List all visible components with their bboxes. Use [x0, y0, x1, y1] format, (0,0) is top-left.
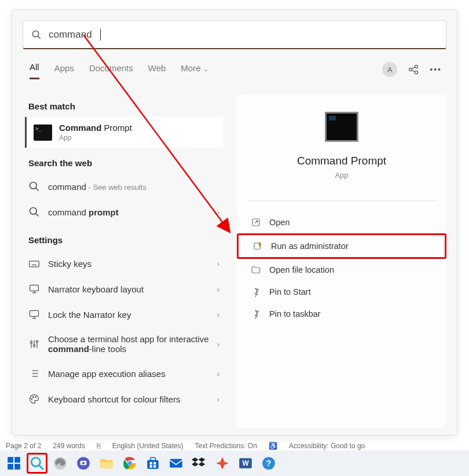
action-run-as-administrator[interactable]: Run as administrator: [237, 233, 446, 259]
taskbar-chat[interactable]: [73, 453, 94, 474]
taskbar-chrome[interactable]: [119, 453, 140, 474]
pin-icon: [251, 287, 261, 297]
chevron-right-icon: ›: [217, 340, 219, 349]
chevron-right-icon: ›: [217, 285, 219, 294]
svg-rect-58: [150, 462, 152, 464]
svg-rect-41: [8, 457, 13, 463]
keyboard-icon: [28, 258, 40, 269]
best-match-item[interactable]: Command Prompt App: [25, 117, 223, 148]
chevron-down-icon: ⌄: [203, 65, 208, 72]
accessibility-status: Accessibility: Good to go: [289, 442, 365, 450]
svg-line-5: [412, 67, 415, 69]
svg-rect-59: [153, 462, 156, 464]
language-status: English (United States): [112, 442, 184, 450]
action-open[interactable]: Open: [237, 211, 446, 233]
user-avatar[interactable]: A: [382, 62, 397, 77]
taskbar-word[interactable]: W: [235, 453, 256, 474]
svg-point-55: [128, 462, 131, 465]
taskbar-explorer[interactable]: [96, 453, 117, 474]
share-icon[interactable]: [408, 64, 419, 75]
section-search-web: Search the web: [28, 158, 219, 168]
taskbar-dropbox[interactable]: [189, 453, 210, 474]
word-count: 249 words: [53, 442, 85, 450]
preview-subtitle: App: [237, 171, 446, 180]
svg-rect-11: [30, 261, 39, 267]
taskbar-app-red[interactable]: [212, 453, 233, 474]
svg-line-6: [412, 70, 415, 72]
setting-sticky-keys[interactable]: Sticky keys ›: [23, 251, 225, 276]
chevron-right-icon: ›: [217, 369, 219, 378]
svg-text:W: W: [242, 459, 249, 467]
svg-line-46: [39, 465, 43, 470]
results-list: Best match Command Prompt App Search the…: [23, 91, 225, 428]
svg-point-37: [35, 397, 36, 398]
word-status-bar: Page 2 of 2 249 words ⎘ English (United …: [0, 440, 469, 452]
taskbar-store[interactable]: [142, 453, 163, 474]
setting-lock-narrator[interactable]: Lock the Narrator key ›: [23, 302, 225, 327]
chevron-right-icon: ›: [217, 208, 219, 217]
tab-more[interactable]: More⌄: [181, 63, 208, 79]
svg-point-2: [409, 68, 412, 71]
svg-line-1: [38, 36, 41, 38]
section-best-match: Best match: [28, 101, 219, 111]
tab-all[interactable]: All: [30, 62, 39, 79]
start-button[interactable]: [3, 453, 24, 474]
svg-point-3: [415, 65, 418, 68]
setting-narrator-layout[interactable]: Narrator keyboard layout ›: [23, 276, 225, 302]
spellcheck-icon: ⎘: [97, 442, 101, 450]
svg-point-36: [33, 397, 34, 398]
open-icon: [251, 217, 261, 228]
svg-line-10: [36, 214, 39, 217]
svg-rect-42: [14, 457, 20, 463]
svg-point-45: [31, 457, 40, 466]
action-pin-to-start[interactable]: Pin to Start: [237, 281, 446, 303]
chevron-right-icon: ›: [217, 395, 219, 404]
setting-terminal-host[interactable]: Choose a terminal host app for interacti…: [23, 327, 225, 361]
search-query-text: command: [49, 29, 92, 41]
svg-rect-20: [30, 310, 39, 316]
setting-colour-filters[interactable]: Keyboard shortcut for colour filters ›: [23, 386, 225, 412]
svg-rect-43: [8, 464, 13, 470]
palette-icon: [28, 393, 40, 405]
pin-icon: [251, 309, 261, 319]
svg-point-4: [415, 71, 418, 74]
svg-text:?: ?: [266, 458, 271, 468]
preview-title: Command Prompt: [237, 155, 446, 167]
action-pin-to-taskbar[interactable]: Pin to taskbar: [237, 303, 446, 325]
search-icon: [28, 206, 40, 218]
chevron-right-icon: ›: [217, 259, 219, 268]
search-input-bar[interactable]: command: [23, 20, 446, 49]
section-settings: Settings: [28, 235, 219, 245]
svg-rect-51: [100, 462, 113, 468]
more-options-icon[interactable]: •••: [430, 65, 442, 74]
tab-web[interactable]: Web: [148, 63, 166, 79]
svg-point-7: [30, 182, 37, 189]
web-result-command[interactable]: command - See web results: [23, 174, 225, 199]
taskbar-search[interactable]: [27, 453, 47, 474]
action-open-file-location[interactable]: Open file location: [237, 259, 446, 281]
monitor-icon: [28, 283, 40, 295]
svg-point-35: [31, 398, 32, 400]
folder-icon: [251, 265, 261, 275]
best-match-title: Command Prompt: [59, 123, 132, 133]
taskbar-edge[interactable]: [50, 453, 71, 474]
predictions-status: Text Predictions: On: [195, 442, 257, 450]
chevron-right-icon: ›: [217, 310, 219, 319]
tab-apps[interactable]: Apps: [54, 63, 74, 79]
search-icon: [28, 181, 40, 192]
web-result-command-prompt[interactable]: command prompt ›: [23, 199, 225, 225]
svg-rect-62: [170, 459, 182, 467]
best-match-subtitle: App: [59, 134, 132, 142]
taskbar-help[interactable]: ?: [258, 453, 279, 474]
app-thumbnail: [325, 112, 358, 142]
tab-documents[interactable]: Documents: [89, 63, 133, 79]
sliders-icon: [28, 338, 40, 350]
svg-rect-17: [30, 285, 39, 291]
svg-point-50: [82, 462, 85, 464]
setting-execution-aliases[interactable]: Manage app execution aliases ›: [23, 361, 225, 386]
svg-line-8: [36, 188, 39, 191]
top-controls: A •••: [382, 62, 442, 77]
command-prompt-icon: [34, 125, 52, 141]
page-status: Page 2 of 2: [6, 442, 41, 450]
taskbar-mail[interactable]: [166, 453, 186, 474]
